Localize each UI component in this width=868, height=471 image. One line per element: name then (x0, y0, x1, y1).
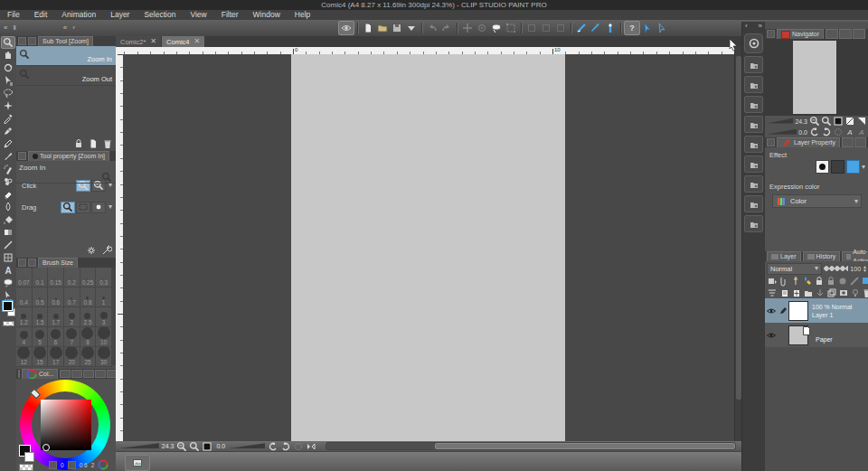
brush-size-cell[interactable]: 0.1 (33, 268, 49, 287)
rotate-slider[interactable] (229, 443, 265, 450)
navigator-rotate-icon[interactable] (821, 127, 832, 137)
brush-size-cell[interactable]: 0.7 (64, 287, 80, 307)
layer-option-icon[interactable] (778, 277, 789, 286)
layer-color-effect-icon[interactable] (846, 160, 860, 174)
zoom-control-icon[interactable] (202, 442, 212, 451)
layer-row-paper[interactable]: Paper (765, 323, 868, 348)
brush-size-cell[interactable]: 12 (16, 347, 33, 367)
toolbar-button[interactable] (589, 22, 603, 34)
navigator-extra-tab[interactable] (839, 29, 852, 39)
layer-command-icon[interactable] (862, 288, 868, 297)
tool-button[interactable]: A (1, 264, 15, 277)
menu-item[interactable]: Animation (54, 10, 103, 20)
menu-item[interactable]: Edit (27, 10, 55, 20)
navigator-rotate-icon[interactable] (833, 127, 844, 137)
color-tab-icon[interactable] (60, 370, 71, 378)
property-button[interactable] (76, 180, 90, 192)
color-wheel-tab[interactable]: Col... (22, 369, 58, 379)
close-icon[interactable]: ✕ (150, 38, 156, 45)
layer-command-icon[interactable] (779, 288, 790, 297)
brush-size-cell[interactable]: 2 (64, 307, 80, 327)
close-icon[interactable]: ✕ (193, 38, 200, 45)
navigator-zoom-slider[interactable] (767, 118, 793, 125)
toolbar-button[interactable] (489, 22, 504, 34)
menu-item[interactable]: View (183, 10, 213, 20)
layer-option-icon[interactable] (837, 277, 848, 286)
layer-list-empty[interactable] (765, 347, 868, 471)
tool-property-footer-icon[interactable] (86, 246, 97, 255)
toolbar-button[interactable] (425, 22, 439, 34)
panel-menu-icon[interactable] (18, 259, 26, 267)
tool-button[interactable] (1, 188, 15, 201)
dock-collapse-icon[interactable]: » (759, 23, 762, 30)
brush-size-cell[interactable]: 1.7 (48, 307, 64, 327)
expression-color-select[interactable]: Color ▾ (772, 194, 862, 208)
tool-button[interactable] (1, 239, 15, 251)
menu-item[interactable]: Window (246, 10, 288, 20)
panel-menu-icon[interactable] (18, 37, 26, 45)
wheel-small-icon[interactable] (98, 459, 108, 470)
toolbar-button[interactable]: ? (624, 21, 640, 35)
brush-size-cell[interactable]: 4 (16, 327, 33, 347)
color-mode2-icon[interactable] (68, 461, 76, 469)
thumbnail-button[interactable] (125, 455, 150, 471)
navigator-zoom-icon[interactable] (833, 117, 844, 126)
toolbar-button[interactable] (655, 22, 669, 34)
horizontal-scrollbar[interactable] (326, 442, 736, 450)
navigator-zoom-icon[interactable] (809, 117, 820, 126)
material-palette-button[interactable] (744, 116, 763, 133)
layer-command-icon[interactable] (850, 288, 861, 297)
brush-size-cell[interactable]: 6 (48, 327, 64, 347)
saturation-value-box[interactable] (41, 400, 91, 450)
brush-size-cell[interactable]: 0.2 (64, 268, 80, 287)
layer-panel-tab[interactable]: Auto Action (842, 251, 868, 261)
toolbar-button[interactable] (603, 22, 618, 34)
brush-size-cell[interactable]: 1 (96, 287, 112, 307)
menu-item[interactable]: File (0, 10, 27, 20)
tool-button[interactable] (1, 163, 15, 175)
layer-property-extra-tab[interactable] (842, 137, 854, 147)
panel-menu-icon[interactable] (18, 370, 20, 378)
tool-button[interactable] (1, 112, 15, 125)
horizontal-scroll-thumb[interactable] (435, 443, 735, 449)
panel-menu-icon[interactable] (767, 30, 775, 38)
layer-thumbnail[interactable] (788, 301, 808, 321)
collapse-left-icon[interactable]: « (4, 24, 7, 32)
toolbar-button[interactable] (518, 22, 524, 34)
document-tab[interactable]: Comic2* ✕ (116, 36, 161, 47)
layer-option-icon[interactable] (790, 277, 801, 286)
document-page[interactable] (291, 54, 565, 441)
toolbar-button[interactable] (439, 22, 454, 34)
brush-size-cell[interactable]: 7 (64, 327, 80, 347)
tone-effect-icon[interactable] (831, 160, 844, 174)
brush-size-cell[interactable]: 17 (48, 347, 64, 367)
brush-size-cell[interactable]: 0.8 (80, 287, 97, 307)
material-palette-button[interactable] (744, 96, 763, 113)
rotate-control-icon[interactable] (268, 442, 278, 451)
layer-row-layer1[interactable]: 100 % Normal Layer 1 (765, 298, 868, 324)
brush-size-cell[interactable]: 0.5 (33, 287, 49, 307)
opacity-slider[interactable] (824, 265, 848, 272)
property-button[interactable] (61, 202, 75, 213)
layer-option-icon[interactable] (826, 277, 836, 286)
layer-command-icon[interactable] (826, 288, 837, 297)
tool-button[interactable] (1, 36, 15, 49)
layer-command-icon[interactable] (803, 288, 814, 297)
brush-size-cell[interactable]: 5 (33, 327, 49, 347)
toolbar-button[interactable] (454, 22, 460, 34)
toolbar-button[interactable] (568, 22, 574, 34)
sv-marker[interactable] (42, 444, 50, 451)
tool-button[interactable] (1, 175, 15, 188)
toolbar-button[interactable] (475, 22, 489, 34)
dropdown-icon[interactable]: ▾ (108, 203, 112, 211)
tool-button[interactable] (1, 150, 15, 163)
layer-option-icon[interactable] (849, 277, 860, 286)
toolbar-button[interactable] (504, 22, 518, 34)
opacity-stepper[interactable]: ▲▼ (863, 265, 867, 272)
background-color-swatch[interactable] (24, 452, 34, 462)
brush-size-cell[interactable]: 0.3 (96, 268, 112, 287)
subtool-list-item[interactable]: Zoom Out (16, 66, 116, 86)
tool-button[interactable] (1, 251, 15, 264)
toolbar-button[interactable] (338, 21, 354, 35)
transparent-color-swatch[interactable] (19, 464, 33, 471)
